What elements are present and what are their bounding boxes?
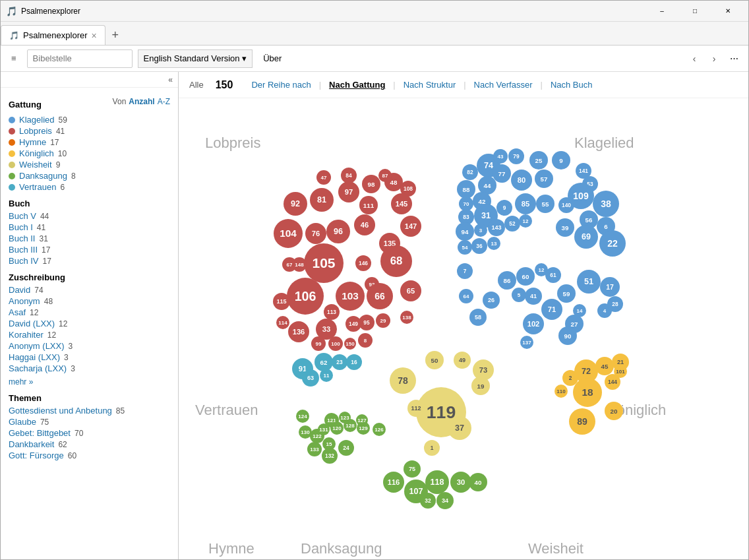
sidebar-item-zuschreibung[interactable]: Asaf 12 <box>9 307 170 317</box>
psalm-circle[interactable]: 114 <box>276 316 289 329</box>
sidebar-item-zuschreibung[interactable]: Sacharja (LXX) 3 <box>9 363 170 373</box>
psalm-circle[interactable]: 65 <box>400 280 421 301</box>
psalm-circle[interactable]: 38 <box>593 191 619 217</box>
psalm-circle[interactable]: 101 <box>614 365 627 378</box>
psalm-circle[interactable]: 106 <box>287 278 324 315</box>
psalm-circle[interactable]: 100 <box>328 336 343 351</box>
psalm-circle[interactable]: 19 <box>471 377 490 395</box>
psalm-circle[interactable]: 1 <box>424 440 440 456</box>
psalm-circle[interactable]: 59 <box>557 284 576 303</box>
psalm-circle[interactable]: 86 <box>498 271 516 290</box>
psalm-circle[interactable]: 116 <box>383 472 404 493</box>
psalm-circle[interactable]: 58 <box>469 309 487 326</box>
more-options-button[interactable]: ⋯ <box>725 49 743 68</box>
add-tab-button[interactable]: + <box>105 25 125 45</box>
psalm-circle[interactable]: 120 <box>330 421 344 435</box>
sidebar-item-gattung[interactable]: Hymne 17 <box>9 137 170 147</box>
psalm-circle[interactable]: 25 <box>529 151 548 170</box>
psalm-circle[interactable]: 12 <box>519 214 532 228</box>
sidebar-item-buch[interactable]: Buch V 44 <box>9 211 170 221</box>
psalm-circle[interactable]: 96 <box>326 220 350 243</box>
psalm-circle[interactable]: 9 <box>496 200 512 216</box>
psalm-circle[interactable]: 76 <box>305 223 326 244</box>
psalm-circle[interactable]: 102 <box>523 313 544 334</box>
psalm-circle[interactable]: 118 <box>425 470 449 494</box>
sidebar-item-gattung[interactable]: Königlich 10 <box>9 148 170 158</box>
psalm-circle[interactable]: 68 <box>380 245 412 277</box>
search-input[interactable] <box>27 49 133 68</box>
psalm-circle[interactable]: 92 <box>284 192 307 216</box>
psalm-circle[interactable]: 82 <box>462 164 478 180</box>
sidebar-item-gattung[interactable]: Weisheit 9 <box>9 160 170 170</box>
psalm-circle[interactable]: 26 <box>483 292 500 309</box>
psalm-circle[interactable]: 24 <box>338 440 354 456</box>
sidebar-item-zuschreibung[interactable]: Korahiter 12 <box>9 330 170 340</box>
psalm-circle[interactable]: 97 <box>338 181 359 202</box>
sidebar-item-buch[interactable]: Buch III 17 <box>9 245 170 255</box>
nav-tab[interactable]: Nach Verfasser <box>466 75 541 95</box>
sidebar-item-buch[interactable]: Buch I 41 <box>9 222 170 232</box>
psalm-circle[interactable]: 112 <box>407 400 425 417</box>
psalm-circle[interactable]: 5 <box>512 288 526 302</box>
psalm-circle[interactable]: 130 <box>299 425 312 439</box>
psalm-circle[interactable]: 34 <box>436 492 454 509</box>
psalm-circle[interactable]: 52 <box>504 216 520 232</box>
psalm-circle[interactable]: 37 <box>448 416 471 440</box>
maximize-button[interactable]: □ <box>680 1 710 22</box>
sidebar-item-zuschreibung[interactable]: Anonym (LXX) 3 <box>9 341 170 351</box>
psalm-circle[interactable]: 136 <box>288 321 309 342</box>
psalm-circle[interactable]: 20 <box>605 402 623 420</box>
psalm-circle[interactable]: 16 <box>346 354 362 370</box>
psalm-circle[interactable]: 71 <box>541 299 562 320</box>
psalm-circle[interactable]: 138 <box>400 311 413 324</box>
psalm-circle[interactable]: 32 <box>420 493 436 509</box>
nav-tab[interactable]: Nach Gattung <box>321 75 393 95</box>
psalm-circle[interactable]: 90 <box>558 327 577 345</box>
psalm-circle[interactable]: 50 <box>425 351 444 369</box>
psalm-circle[interactable]: 8 <box>358 333 373 348</box>
psalm-circle[interactable]: 113 <box>324 304 340 320</box>
sidebar-item-thema[interactable]: Gottesdienst und Anbetung 85 <box>9 406 170 416</box>
psalm-circle[interactable]: 133 <box>307 442 322 456</box>
psalm-circle[interactable]: 147 <box>400 216 421 237</box>
sidebar-item-gattung[interactable]: Danksagung 8 <box>9 171 170 181</box>
psalm-circle[interactable]: 28 <box>607 296 623 312</box>
nav-back-button[interactable]: ‹ <box>685 49 704 68</box>
psalm-circle[interactable]: 87 <box>378 169 392 182</box>
sidebar-collapse-button[interactable]: « <box>1 72 178 88</box>
psalm-circle[interactable]: 140 <box>558 197 574 213</box>
psalm-circle[interactable]: 36 <box>471 238 487 254</box>
psalm-circle[interactable]: 104 <box>274 219 303 248</box>
psalm-circle[interactable]: 63 <box>302 369 319 387</box>
minimize-button[interactable]: – <box>647 1 677 22</box>
psalm-circle[interactable]: 78 <box>390 367 416 394</box>
sidebar-item-gattung[interactable]: Vertrauen 6 <box>9 182 170 192</box>
psalm-circle[interactable]: 79 <box>508 148 524 164</box>
psalm-circle[interactable]: 41 <box>525 288 542 305</box>
psalm-circle[interactable]: 45 <box>595 357 614 375</box>
psalm-circle[interactable]: 51 <box>577 270 601 294</box>
sidebar-item-thema[interactable]: Glaube 75 <box>9 417 170 427</box>
psalm-circle[interactable]: 88 <box>457 180 475 199</box>
sidebar-item-thema[interactable]: Gebet: Bittgebet 70 <box>9 428 170 438</box>
sort-anzahl[interactable]: Anzahl <box>129 97 154 106</box>
sidebar-item-gattung[interactable]: Lobpreis 41 <box>9 126 170 136</box>
psalm-circle[interactable]: 11 <box>320 369 333 382</box>
psalm-circle[interactable]: 69 <box>574 225 598 249</box>
psalm-circle[interactable]: 29 <box>376 313 390 328</box>
psalm-circle[interactable]: 17 <box>600 277 620 297</box>
psalm-circle[interactable]: 64 <box>459 289 473 303</box>
sort-von[interactable]: Von <box>113 97 127 106</box>
psalm-circle[interactable]: 43 <box>493 149 508 164</box>
nav-forward-button[interactable]: › <box>705 49 723 68</box>
psalm-circle[interactable]: 77 <box>493 164 511 183</box>
sidebar-item-zuschreibung[interactable]: David 74 <box>9 285 170 295</box>
psalm-circle[interactable]: 55 <box>536 195 554 213</box>
psalm-circle[interactable]: 127 <box>356 414 368 426</box>
sidebar-item-thema[interactable]: Gott: Fürsorge 60 <box>9 451 170 460</box>
psalm-circle[interactable]: 47 <box>316 170 331 185</box>
psalm-circle[interactable]: 105 <box>304 243 344 283</box>
psalm-circle[interactable]: 145 <box>391 193 412 214</box>
close-button[interactable]: ✕ <box>713 1 743 22</box>
psalm-circle[interactable]: 123 <box>339 412 351 423</box>
